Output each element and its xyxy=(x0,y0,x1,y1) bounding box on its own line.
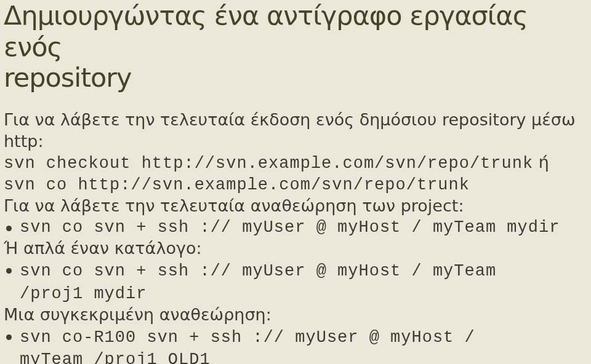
slide-body: Για να λάβετε την τελευταία έκδοση ενός … xyxy=(4,109,585,364)
title-line-2: repository xyxy=(4,62,131,93)
specific-revision-label: Μια συγκεκριμένη αναθεώρηση: xyxy=(4,304,585,326)
cmd5-line2: myTeam /proj1 OLD1 xyxy=(20,350,211,364)
cmd4-line2: /proj1 mydir xyxy=(20,285,147,303)
command-co-svn-ssh-team: svn co svn + ssh :// myUser @ myHost / m… xyxy=(4,217,585,239)
intro-line-1: Για να λάβετε την τελευταία έκδοση ενός … xyxy=(4,110,576,129)
command-co-directory: svn co svn + ssh :// myUser @ myHost / m… xyxy=(4,259,585,304)
intro-line-2: http: xyxy=(4,132,44,151)
latest-revision-label: Για να λάβετε την τελευταία αναθεώρηση τ… xyxy=(4,196,585,217)
just-directory-label: Ή απλά έναν κατάλογο: xyxy=(4,238,585,259)
slide-title: Δημιουργώντας ένα αντίγραφο εργασίας ενό… xyxy=(4,0,585,93)
command-checkout-short: svn co http://svn.example.com/svn/repo/t… xyxy=(4,175,585,196)
command-checkout-long: svn checkout http://svn.example.com/svn/… xyxy=(4,152,585,175)
title-line-1: Δημιουργώντας ένα αντίγραφο εργασίας ενό… xyxy=(4,0,528,62)
cmd-checkout-long: svn checkout http://svn.example.com/svn/… xyxy=(4,154,533,173)
intro-text: Για να λάβετε την τελευταία έκδοση ενός … xyxy=(4,109,585,152)
cmd4-line1: svn co svn + ssh :// myUser @ myHost / m… xyxy=(20,262,496,280)
or-word: ή xyxy=(533,152,549,172)
cmd5-line1: svn co-R100 svn + ssh :// myUser @ myHos… xyxy=(20,328,475,347)
slide: Δημιουργώντας ένα αντίγραφο εργασίας ενό… xyxy=(0,0,591,364)
command-co-specific-revision: svn co-R100 svn + ssh :// myUser @ myHos… xyxy=(4,326,585,364)
